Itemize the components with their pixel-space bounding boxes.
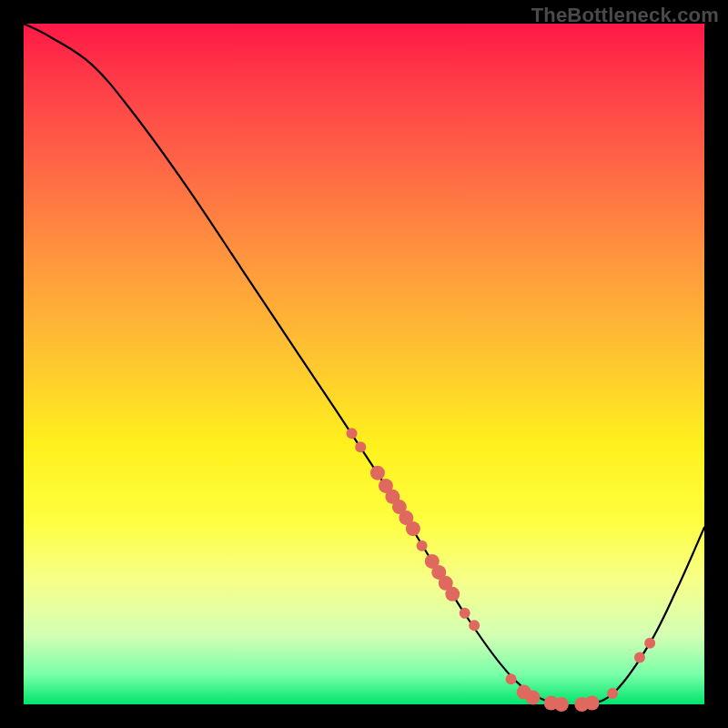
watermark-text: TheBottleneck.com [531, 4, 719, 27]
plot-area [24, 24, 704, 704]
chart-stage: TheBottleneck.com [0, 0, 728, 728]
